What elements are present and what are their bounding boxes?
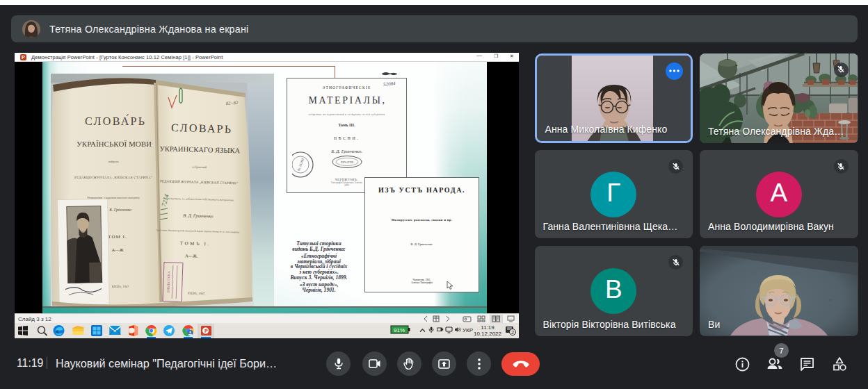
svg-text:В. Д. Гринченко: В. Д. Гринченко bbox=[183, 213, 214, 218]
svg-text:А—Ж: А—Ж bbox=[111, 247, 123, 252]
svg-text:УКРАЇНСЬКОЇ МОВИ: УКРАЇНСЬКОЇ МОВИ bbox=[77, 140, 152, 148]
svg-text:82+82: 82+82 bbox=[226, 100, 239, 106]
svg-text:ТОМ І.: ТОМ І. bbox=[108, 234, 127, 240]
svg-text:собранный: собранный bbox=[192, 165, 207, 169]
svg-text:Б. Грінченко: Б. Грінченко bbox=[108, 208, 131, 212]
svg-text:ПЕЧАТНЯ: ПЕЧАТНЯ bbox=[340, 160, 353, 164]
svg-text:91%: 91% bbox=[394, 327, 405, 333]
svg-text:СЛОВАРЬ: СЛОВАРЬ bbox=[171, 122, 231, 135]
svg-text:СЛОВА́РЬ: СЛОВА́РЬ bbox=[85, 114, 145, 127]
svg-text:P: P bbox=[204, 329, 208, 333]
svg-text:10.12.2022: 10.12.2022 bbox=[474, 331, 502, 337]
svg-text:№ 26280: № 26280 bbox=[296, 158, 304, 172]
svg-text:ТОМЪ І.: ТОМЪ І. bbox=[180, 240, 211, 247]
svg-text:УКР: УКР bbox=[463, 327, 473, 333]
svg-text:11:19: 11:19 bbox=[481, 324, 495, 331]
svg-text:2: 2 bbox=[511, 329, 514, 336]
svg-text:А—Ж.: А—Ж. bbox=[185, 253, 198, 258]
svg-text:зибрала: зибрала bbox=[108, 160, 118, 163]
